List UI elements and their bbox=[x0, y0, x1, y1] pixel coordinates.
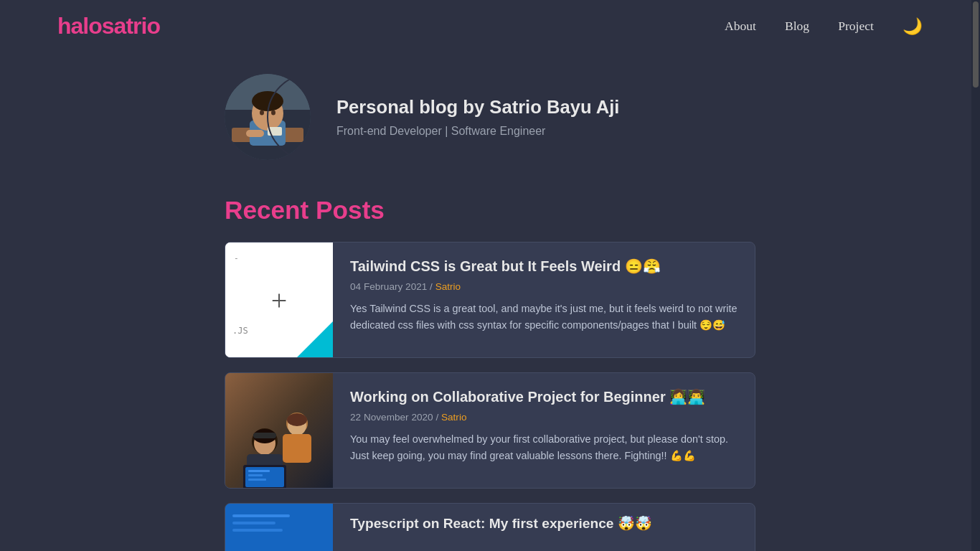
avatar bbox=[225, 74, 311, 160]
svg-rect-30 bbox=[232, 522, 275, 524]
profile-text: Personal blog by Satrio Bayu Aji Front-e… bbox=[336, 97, 619, 138]
post-title-3: Typescript on React: My first experience… bbox=[350, 515, 738, 533]
post-card-1[interactable]: - .JS + Tailwind CSS is Great but It Fee… bbox=[225, 242, 755, 358]
post-content-3: Typescript on React: My first experience… bbox=[333, 504, 755, 551]
svg-rect-23 bbox=[248, 479, 266, 481]
svg-point-8 bbox=[260, 110, 264, 116]
js-label: .JS bbox=[232, 326, 248, 336]
svg-rect-27 bbox=[283, 434, 311, 463]
post-card-3[interactable]: Typescript on React: My first experience… bbox=[225, 503, 755, 551]
nav-about[interactable]: About bbox=[725, 19, 756, 34]
post-meta-1: 04 February 2021 / Satrio bbox=[350, 281, 738, 292]
post-title-1: Tailwind CSS is Great but It Feels Weird… bbox=[350, 257, 738, 276]
post-card-2[interactable]: Working on Collaborative Project for Beg… bbox=[225, 372, 755, 489]
svg-point-26 bbox=[287, 413, 307, 426]
post-date-2: 22 November 2020 bbox=[350, 412, 433, 423]
site-header: halosatrio About Blog Project 🌙 bbox=[0, 0, 980, 52]
svg-rect-21 bbox=[248, 470, 270, 472]
svg-rect-31 bbox=[232, 529, 283, 532]
post-excerpt-2: You may feel overwhelmed by your first c… bbox=[350, 431, 738, 464]
svg-point-9 bbox=[271, 110, 275, 116]
post-thumbnail-3 bbox=[225, 504, 333, 551]
teal-triangle bbox=[297, 321, 333, 357]
svg-rect-17 bbox=[253, 433, 276, 438]
scrollbar-thumb[interactable] bbox=[973, 1, 979, 88]
post-author-1: Satrio bbox=[435, 281, 461, 292]
svg-rect-29 bbox=[232, 514, 290, 517]
post-thumbnail-2 bbox=[225, 373, 333, 488]
svg-point-7 bbox=[252, 91, 283, 111]
main-nav: About Blog Project 🌙 bbox=[725, 17, 923, 36]
svg-rect-28 bbox=[225, 504, 333, 551]
recent-posts-section: Recent Posts - .JS + Tailwind CSS is Gre… bbox=[225, 196, 755, 551]
svg-rect-10 bbox=[246, 130, 264, 137]
post-meta-2: 22 November 2020 / Satrio bbox=[350, 412, 738, 423]
profile-title: Personal blog by Satrio Bayu Aji bbox=[336, 97, 619, 118]
post-title-2: Working on Collaborative Project for Beg… bbox=[350, 387, 738, 406]
post-content-1: Tailwind CSS is Great but It Feels Weird… bbox=[333, 242, 755, 357]
dark-mode-toggle-button[interactable]: 🌙 bbox=[903, 17, 923, 36]
site-logo[interactable]: halosatrio bbox=[57, 13, 160, 39]
post-excerpt-1: Yes Tailwind CSS is a great tool, and ma… bbox=[350, 301, 738, 334]
post-content-2: Working on Collaborative Project for Beg… bbox=[333, 373, 755, 488]
scrollbar[interactable] bbox=[971, 0, 980, 551]
post-date-1: 04 February 2021 bbox=[350, 281, 427, 292]
posts-list: - .JS + Tailwind CSS is Great but It Fee… bbox=[225, 242, 755, 551]
main-content: Personal blog by Satrio Bayu Aji Front-e… bbox=[210, 52, 770, 551]
profile-subtitle: Front-end Developer | Software Engineer bbox=[336, 125, 619, 138]
nav-project[interactable]: Project bbox=[838, 19, 874, 34]
svg-rect-22 bbox=[248, 474, 263, 476]
recent-posts-title: Recent Posts bbox=[225, 196, 755, 225]
nav-blog[interactable]: Blog bbox=[785, 19, 809, 34]
post-thumb-1-inner: - .JS + bbox=[225, 242, 333, 357]
collab-svg bbox=[225, 373, 333, 488]
post3-svg bbox=[225, 504, 333, 551]
post-thumbnail-1: - .JS + bbox=[225, 242, 333, 357]
post-author-2: Satrio bbox=[441, 412, 467, 423]
plus-icon: + bbox=[271, 283, 288, 317]
profile-section: Personal blog by Satrio Bayu Aji Front-e… bbox=[225, 74, 755, 160]
